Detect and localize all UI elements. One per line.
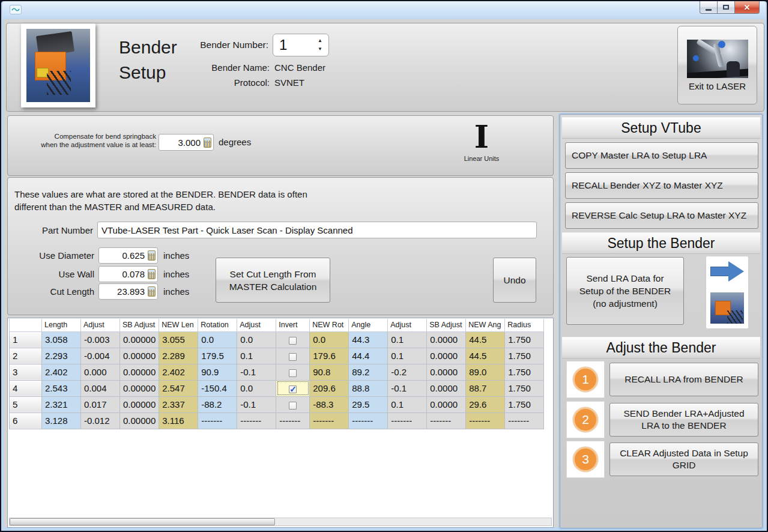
invert-checkbox[interactable] xyxy=(289,385,297,393)
grid-cell[interactable]: 2.289 xyxy=(159,348,198,364)
field-input[interactable] xyxy=(101,286,146,297)
send-lra-setup-button[interactable]: Send LRA Data for Setup of the BENDER (n… xyxy=(566,257,684,325)
grid-cell[interactable]: 0.00000 xyxy=(120,413,159,429)
adjust-step-button[interactable]: SEND Bender LRA+Adjusted LRA to the BEND… xyxy=(609,403,758,437)
grid-cell[interactable]: 88.7 xyxy=(466,380,505,396)
calculator-icon[interactable] xyxy=(204,138,211,148)
grid-cell[interactable]: 3.058 xyxy=(42,331,81,348)
grid-cell[interactable]: 0.0000 xyxy=(427,380,466,396)
grid-cell[interactable]: 2.543 xyxy=(42,380,81,396)
grid-row-number[interactable]: 4 xyxy=(10,380,42,396)
grid-cell[interactable]: -0.012 xyxy=(81,413,120,429)
grid-cell[interactable]: 1.750 xyxy=(505,331,544,348)
grid-cell[interactable]: 0.0 xyxy=(198,331,237,348)
grid-cell[interactable]: 209.6 xyxy=(310,380,349,396)
invert-checkbox[interactable] xyxy=(289,353,297,361)
grid-cell[interactable]: ------- xyxy=(237,413,276,429)
maximize-button[interactable] xyxy=(717,1,735,14)
grid-cell[interactable]: 1.750 xyxy=(505,348,544,364)
grid-row-number[interactable]: 3 xyxy=(10,364,42,380)
grid-cell[interactable]: ------- xyxy=(276,413,310,429)
grid-cell[interactable]: -0.2 xyxy=(388,364,427,380)
grid-cell[interactable]: 2.402 xyxy=(159,364,198,380)
grid-cell[interactable]: 1.750 xyxy=(505,396,544,413)
grid-cell[interactable]: 0.1 xyxy=(388,331,427,348)
setup-vtube-button[interactable]: COPY Master LRA to Setup LRA xyxy=(565,142,758,169)
part-number-input[interactable] xyxy=(97,222,537,238)
grid-cell[interactable]: 2.402 xyxy=(42,364,81,380)
grid-cell[interactable]: 1.750 xyxy=(505,380,544,396)
grid-cell[interactable]: 0.000 xyxy=(81,364,120,380)
adjust-step-button[interactable]: RECALL LRA from BENDER xyxy=(609,363,758,396)
grid-cell[interactable]: ------- xyxy=(310,413,349,429)
grid-cell[interactable]: 0.00000 xyxy=(120,380,159,396)
grid-cell[interactable]: 0.1 xyxy=(237,348,276,364)
invert-checkbox[interactable] xyxy=(289,337,297,345)
grid-cell[interactable]: 3.116 xyxy=(159,413,198,429)
grid-cell-invert[interactable] xyxy=(276,396,310,413)
grid-cell[interactable]: 0.017 xyxy=(81,396,120,413)
grid-cell[interactable]: 0.0000 xyxy=(427,348,466,364)
grid-cell-invert[interactable] xyxy=(276,331,310,348)
grid-cell[interactable]: 44.5 xyxy=(466,331,505,348)
grid-horizontal-scrollbar[interactable] xyxy=(9,518,552,526)
grid-cell[interactable]: 44.5 xyxy=(466,348,505,364)
field-input[interactable] xyxy=(101,268,146,280)
undo-button[interactable]: Undo xyxy=(493,258,536,303)
adjust-step-button[interactable]: CLEAR Adjusted Data in Setup GRID xyxy=(609,443,758,476)
grid-cell[interactable]: 88.8 xyxy=(349,380,388,396)
spin-up-icon[interactable]: ▲ xyxy=(318,38,322,44)
grid-cell[interactable]: 0.00000 xyxy=(120,348,159,364)
springback-input[interactable] xyxy=(162,137,202,148)
grid-cell[interactable]: 0.00000 xyxy=(120,364,159,380)
grid-cell[interactable]: -0.1 xyxy=(237,396,276,413)
grid-cell[interactable]: -88.2 xyxy=(198,396,237,413)
grid-cell[interactable]: 0.0000 xyxy=(427,396,466,413)
grid-cell[interactable]: 0.00000 xyxy=(120,396,159,413)
grid-cell[interactable]: 44.3 xyxy=(349,331,388,348)
setup-vtube-button[interactable]: REVERSE Calc Setup LRA to Master XYZ xyxy=(565,202,758,229)
grid-cell[interactable]: 0.1 xyxy=(388,396,427,413)
grid-cell[interactable]: 2.547 xyxy=(159,380,198,396)
grid-cell[interactable]: 90.9 xyxy=(198,364,237,380)
grid-row-number[interactable]: 1 xyxy=(10,331,42,348)
grid-cell[interactable]: 3.128 xyxy=(42,413,81,429)
grid-cell[interactable]: 2.337 xyxy=(159,396,198,413)
grid-cell[interactable]: -88.3 xyxy=(310,396,349,413)
grid-cell[interactable]: 0.004 xyxy=(81,380,120,396)
grid-cell[interactable]: 89.0 xyxy=(466,364,505,380)
calculator-icon[interactable] xyxy=(148,269,156,279)
grid-cell[interactable]: 0.0000 xyxy=(427,364,466,380)
grid-row-number[interactable]: 6 xyxy=(10,413,42,429)
spin-down-icon[interactable]: ▼ xyxy=(318,46,322,52)
grid-cell[interactable]: ------- xyxy=(198,413,237,429)
grid-cell[interactable]: ------- xyxy=(349,413,388,429)
calculator-icon[interactable] xyxy=(148,250,156,261)
grid-cell[interactable]: 2.293 xyxy=(42,348,81,364)
grid-cell[interactable]: ------- xyxy=(466,413,505,429)
grid-cell[interactable]: 0.0 xyxy=(310,331,349,348)
set-cut-length-button[interactable]: Set Cut Length From MASTER Calculation xyxy=(216,258,330,303)
grid-cell[interactable]: 29.5 xyxy=(349,396,388,413)
grid-cell[interactable]: 44.4 xyxy=(349,348,388,364)
grid-row-number[interactable]: 5 xyxy=(10,396,42,413)
grid-cell[interactable]: 0.1 xyxy=(388,348,427,364)
invert-checkbox[interactable] xyxy=(289,402,297,410)
grid-cell[interactable]: 29.6 xyxy=(466,396,505,413)
grid-cell[interactable]: 1.750 xyxy=(505,364,544,380)
grid-cell[interactable]: -0.1 xyxy=(388,380,427,396)
bender-number-spinner[interactable]: 1 ▲ ▼ xyxy=(273,34,329,56)
grid-cell[interactable]: 3.055 xyxy=(159,331,198,348)
grid-cell[interactable]: 179.6 xyxy=(310,348,349,364)
grid-cell[interactable]: -150.4 xyxy=(198,380,237,396)
grid-scrollbar-thumb[interactable] xyxy=(10,518,275,525)
invert-checkbox[interactable] xyxy=(289,369,297,377)
grid-cell[interactable]: 0.0 xyxy=(237,380,276,396)
grid-cell-invert[interactable] xyxy=(276,364,310,380)
grid-cell[interactable]: -0.1 xyxy=(237,364,276,380)
grid-cell[interactable]: 0.0000 xyxy=(427,331,466,348)
close-button[interactable]: ✕ xyxy=(734,1,760,14)
grid-cell[interactable]: 179.5 xyxy=(198,348,237,364)
titlebar[interactable]: ✕ xyxy=(2,1,766,19)
minimize-button[interactable] xyxy=(700,1,718,14)
